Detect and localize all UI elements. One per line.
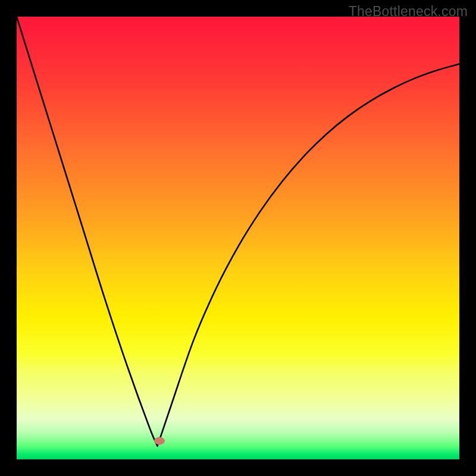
plot-area: [17, 17, 459, 459]
chart-frame: TheBottleneck.com: [0, 0, 476, 476]
curve-path: [17, 17, 459, 446]
min-marker: [154, 437, 165, 444]
bottleneck-curve: [17, 17, 459, 459]
